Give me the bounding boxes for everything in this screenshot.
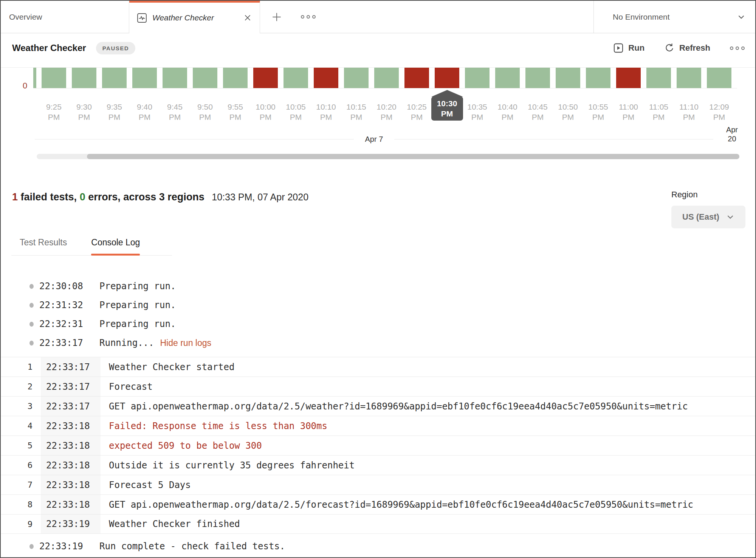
tick-label[interactable]: 11:05 PM [646, 102, 671, 122]
run-summary-text: 1 failed tests, 0 errors, across 3 regio… [12, 190, 308, 203]
run-summary-row: 1 failed tests, 0 errors, across 3 regio… [1, 190, 755, 228]
chevron-down-icon [737, 13, 745, 21]
date-end-label: Apr 20 [726, 125, 738, 143]
log-message: GET api.openweathermap.org/data/2.5/weat… [101, 397, 755, 416]
y-axis-zero-label: 0 [23, 81, 27, 91]
tick-label[interactable]: 9:50 PM [193, 102, 217, 122]
run-bar[interactable] [435, 68, 459, 88]
run-bar[interactable] [465, 68, 490, 88]
run-bar[interactable] [284, 68, 308, 88]
run-bar-partial[interactable] [33, 68, 36, 88]
tick-label[interactable]: 10:35 PM [465, 102, 490, 122]
tab-overview[interactable]: Overview [1, 1, 129, 33]
log-message: Preparing run. [99, 281, 176, 291]
tick-label[interactable]: 10:45 PM [525, 102, 550, 122]
run-bar[interactable] [314, 68, 338, 88]
run-bar[interactable] [223, 68, 248, 88]
region-dropdown[interactable]: US (East) [671, 206, 745, 228]
log-message: Forecast 5 Days [101, 475, 755, 494]
selected-run-badge[interactable]: 10:30 PM [431, 96, 463, 121]
run-bar[interactable] [42, 68, 66, 88]
tick-label[interactable]: 11:10 PM [677, 102, 701, 122]
new-tab-button[interactable] [271, 11, 283, 23]
tab-console-log[interactable]: Console Log [91, 237, 140, 248]
run-bar[interactable] [374, 68, 399, 88]
tab-test-results[interactable]: Test Results [20, 237, 67, 248]
monitor-icon [137, 13, 147, 23]
environment-label: No Environment [613, 12, 670, 22]
tick-label[interactable]: 9:45 PM [163, 102, 187, 122]
hide-run-logs-link[interactable]: Hide run logs [160, 338, 212, 348]
tick-label[interactable]: 10:05 PM [284, 102, 308, 122]
run-bar[interactable] [404, 68, 429, 88]
console-status-line: 22:33:17Running...Hide run logs [1, 333, 755, 352]
environment-selector[interactable]: No Environment [593, 1, 755, 33]
run-bar[interactable] [677, 68, 701, 88]
log-bullet-icon [29, 303, 34, 308]
monitor-overflow-menu-icon[interactable] [730, 46, 745, 50]
tick-label[interactable]: 10:30 PM [435, 102, 459, 122]
tick-label[interactable]: 9:30 PM [72, 102, 96, 122]
console-status-line: 22:33:19Run complete - check failed test… [1, 537, 755, 556]
chevron-down-icon [726, 213, 734, 221]
tab-actions [260, 1, 327, 33]
run-bar[interactable] [102, 68, 127, 88]
tick-label[interactable]: 10:15 PM [344, 102, 369, 122]
region-label: Region [671, 190, 745, 200]
tick-label[interactable]: 9:40 PM [132, 102, 157, 122]
run-button[interactable]: Run [613, 43, 644, 53]
tick-label[interactable]: 9:35 PM [102, 102, 127, 122]
run-bar[interactable] [72, 68, 96, 88]
run-bar[interactable] [495, 68, 520, 88]
refresh-button[interactable]: Refresh [664, 43, 710, 53]
tick-label[interactable]: 12:09 PM [707, 102, 731, 122]
run-bar[interactable] [556, 68, 580, 88]
run-bar[interactable] [344, 68, 369, 88]
log-line-number: 6 [1, 460, 41, 470]
tick-label[interactable]: 10:00 PM [253, 102, 278, 122]
chart-scrollbar[interactable] [37, 154, 739, 159]
console-log-row: 822:33:18GET api.openweathermap.org/data… [1, 494, 755, 514]
console-status-line: 22:31:32Preparing run. [1, 296, 755, 315]
chart-scrollbar-thumb[interactable] [87, 154, 739, 159]
run-bar[interactable] [616, 68, 641, 88]
app-window: Overview Weather Checker No Environment … [0, 0, 756, 558]
run-bar[interactable] [193, 68, 217, 88]
run-bar[interactable] [132, 68, 157, 88]
console-log-row: 422:33:18Failed: Response time is less t… [1, 416, 755, 436]
console-status-line: 22:32:31Preparing run. [1, 315, 755, 333]
run-bar[interactable] [646, 68, 671, 88]
run-bar[interactable] [253, 68, 278, 88]
log-message: Weather Checker finished [101, 515, 755, 533]
tick-label[interactable]: 9:55 PM [223, 102, 248, 122]
tab-overflow-menu-icon[interactable] [301, 15, 316, 19]
log-message: Weather Checker started [101, 357, 755, 377]
tick-label[interactable]: 10:55 PM [586, 102, 610, 122]
close-tab-icon[interactable] [243, 13, 252, 22]
failed-label: failed tests, [21, 191, 77, 203]
tick-label[interactable]: 11:00 PM [616, 102, 641, 122]
status-badge: PAUSED [96, 42, 135, 54]
tick-label[interactable]: 9:25 PM [42, 102, 66, 122]
tick-label[interactable]: 10:10 PM [314, 102, 338, 122]
run-bar[interactable] [163, 68, 187, 88]
console-status-line: 22:30:08Preparing run. [1, 277, 755, 296]
log-message: Outside it is currently 35 degrees fahre… [101, 456, 755, 475]
console-log-table: 122:33:17Weather Checker started222:33:1… [1, 357, 755, 534]
run-bar[interactable] [586, 68, 610, 88]
tick-label[interactable]: 10:25 PM [404, 102, 429, 122]
chart-baseline [33, 88, 737, 88]
run-bar[interactable] [525, 68, 550, 88]
run-bar[interactable] [707, 68, 731, 88]
tab-weather-checker[interactable]: Weather Checker [129, 1, 260, 33]
date-axis: Apr 7 Apr 20 [35, 135, 738, 144]
tick-label[interactable]: 10:40 PM [495, 102, 520, 122]
region-value: US (East) [682, 212, 719, 222]
log-time: 22:33:18 [41, 416, 101, 436]
tick-label[interactable]: 10:20 PM [374, 102, 399, 122]
tick-label[interactable]: 10:50 PM [556, 102, 580, 122]
log-time: 22:30:08 [39, 281, 88, 291]
log-time: 22:33:19 [41, 515, 101, 533]
log-bullet-icon [29, 284, 34, 289]
log-line-number: 2 [1, 382, 41, 391]
